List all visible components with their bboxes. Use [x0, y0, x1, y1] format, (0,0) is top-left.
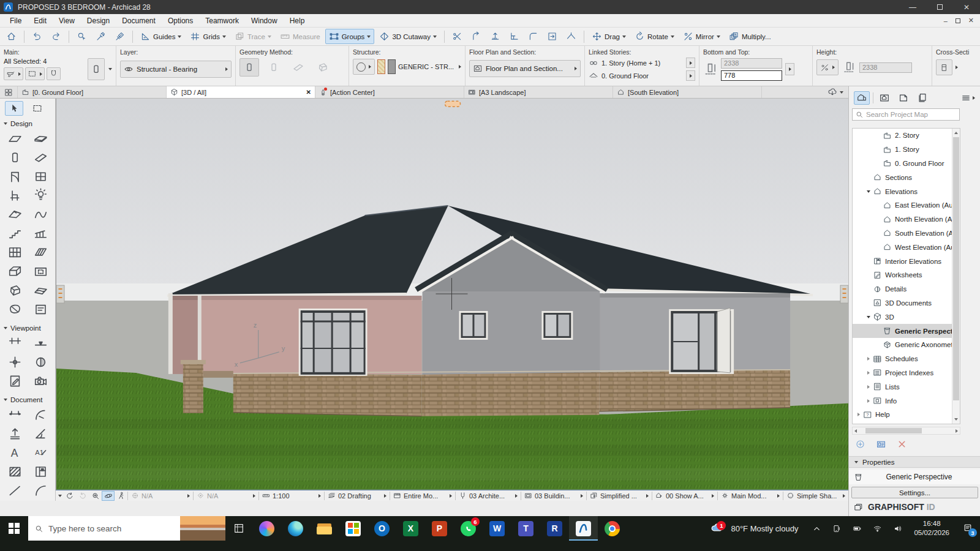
project-map-item-generic-axonometry[interactable]: Generic Axonometry: [853, 338, 952, 352]
label-tool[interactable]: A1: [29, 444, 51, 461]
selection-mode-button[interactable]: [25, 67, 45, 80]
start-button[interactable]: [0, 516, 28, 541]
home-link-button[interactable]: [686, 70, 695, 81]
file-explorer-icon[interactable]: [310, 516, 339, 541]
menu-edit[interactable]: Edit: [28, 14, 53, 27]
marquee-tool[interactable]: [28, 101, 47, 116]
object-tool[interactable]: [4, 187, 26, 204]
hotspot-tool[interactable]: [4, 353, 26, 370]
project-map-item-project-indexes[interactable]: Project Indexes: [853, 366, 952, 380]
project-map-item-info[interactable]: Info: [853, 394, 952, 408]
bottom-top-options-button[interactable]: [785, 63, 794, 75]
zone-tool[interactable]: [4, 301, 26, 318]
tablet-icon[interactable]: [827, 516, 847, 541]
window-right-wing[interactable]: [669, 308, 734, 374]
project-map-item-worksheets[interactable]: Worksheets: [853, 268, 952, 282]
trim-button[interactable]: [505, 29, 523, 44]
maximize-button[interactable]: [926, 0, 953, 14]
grids-button[interactable]: Grids: [186, 29, 229, 44]
taskbar-search[interactable]: [28, 516, 225, 541]
volume-icon[interactable]: [888, 516, 908, 541]
project-map-item-elevations[interactable]: Elevations: [853, 184, 952, 198]
sun-settings-control[interactable]: N/A: [194, 492, 258, 500]
guides-button[interactable]: Guides: [137, 29, 185, 44]
whatsapp-icon[interactable]: 6: [454, 516, 483, 541]
element-preview-arrow-icon[interactable]: [108, 68, 112, 70]
project-map-item-east-elevation-auto[interactable]: East Elevation (Auto: [853, 198, 952, 212]
menu-window[interactable]: Window: [245, 14, 284, 27]
navigator-menu-button[interactable]: [961, 93, 975, 103]
morph-tool[interactable]: [4, 282, 26, 299]
3d-scene[interactable]: z x y: [56, 99, 848, 490]
task-view-button[interactable]: [225, 516, 252, 541]
clock[interactable]: 16:48 05/02/2026: [908, 519, 956, 538]
column-tool[interactable]: [4, 149, 26, 166]
lamp-tool[interactable]: [29, 187, 51, 204]
worksheet-tool[interactable]: [4, 372, 26, 389]
trace-button[interactable]: Trace: [231, 29, 275, 44]
view-forward-button[interactable]: [76, 491, 89, 501]
fill-swatch[interactable]: [377, 59, 385, 74]
layer-button[interactable]: Structural - Bearing: [120, 61, 232, 78]
proportional-button[interactable]: [816, 59, 839, 75]
project-map-item-details[interactable]: Details: [853, 282, 952, 296]
project-map-item-help[interactable]: ?Help: [853, 408, 952, 422]
camera-settings-control[interactable]: N/A: [128, 492, 193, 500]
section-tool[interactable]: [4, 334, 26, 351]
leveldim-tool[interactable]: [4, 425, 26, 442]
project-map-item-2-story[interactable]: 2. Story: [853, 129, 952, 143]
excel-icon[interactable]: X: [396, 516, 425, 541]
gravity-button[interactable]: [47, 67, 61, 80]
delete-button[interactable]: [897, 439, 907, 451]
project-map-item-south-elevation-aut[interactable]: South Elevation (Aut: [853, 227, 952, 241]
close-button[interactable]: ✕: [953, 0, 980, 14]
beam-tool[interactable]: [29, 149, 51, 166]
arc-tool[interactable]: [29, 482, 51, 499]
window-tool[interactable]: [29, 168, 51, 185]
renovation-filter-control[interactable]: 00 Show A...: [652, 492, 717, 500]
height-field[interactable]: [859, 62, 912, 73]
top-offset-field[interactable]: [721, 58, 782, 69]
elevation-tool[interactable]: [29, 334, 51, 351]
structure-display-control[interactable]: Entire Mo...: [390, 492, 455, 500]
stair-tool[interactable]: [4, 225, 26, 242]
project-map-item-generic-perspective[interactable]: Generic Perspective: [853, 324, 952, 338]
doc-minimize-icon[interactable]: –: [944, 17, 948, 24]
mesh-tool[interactable]: [29, 282, 51, 299]
project-map-item-lists[interactable]: Lists: [853, 380, 952, 394]
powerpoint-icon[interactable]: P: [425, 516, 454, 541]
surface-swatch[interactable]: [388, 59, 396, 74]
arrow-tool[interactable]: [5, 101, 23, 116]
home-button[interactable]: [2, 29, 20, 44]
undo-button[interactable]: [28, 29, 46, 44]
geometry-method-2-button[interactable]: [264, 58, 284, 77]
groups-button[interactable]: Groups: [325, 29, 375, 44]
properties-header[interactable]: Properties: [849, 456, 980, 468]
taskbar-search-input[interactable]: [48, 524, 175, 533]
adjust-button[interactable]: [467, 29, 485, 44]
raddim-tool[interactable]: [29, 406, 51, 423]
quickbar-overflow-icon[interactable]: [57, 495, 63, 497]
doc-restore-icon[interactable]: [956, 18, 960, 23]
chrome-icon[interactable]: [598, 516, 627, 541]
open-door-button[interactable]: [543, 29, 561, 44]
project-map-item-west-elevation-auto[interactable]: West Elevation (Auto: [853, 240, 952, 254]
detail-tool[interactable]: [29, 353, 51, 370]
menu-options[interactable]: Options: [162, 14, 199, 27]
pick-up-parameters-button[interactable]: [92, 29, 110, 44]
lineic-tool[interactable]: [4, 482, 26, 499]
menu-help[interactable]: Help: [284, 14, 311, 27]
notifications-button[interactable]: 3: [956, 516, 980, 541]
menu-file[interactable]: File: [4, 14, 28, 27]
menu-document[interactable]: Document: [116, 14, 162, 27]
doc-close-icon[interactable]: ✕: [968, 17, 974, 24]
view-map-button[interactable]: [876, 91, 892, 105]
main-model-option-control[interactable]: Main Mod...: [718, 492, 783, 500]
explore-button[interactable]: [115, 491, 127, 501]
tree-scrollbar[interactable]: [952, 129, 960, 424]
element-preview-button[interactable]: [88, 58, 105, 80]
fillet-button[interactable]: [524, 29, 542, 44]
opening-tool[interactable]: [29, 263, 51, 280]
graphisoft-id[interactable]: GRAPHISOFT ID: [854, 502, 935, 512]
tab-south-elevation[interactable]: [South Elevation]: [613, 86, 762, 98]
